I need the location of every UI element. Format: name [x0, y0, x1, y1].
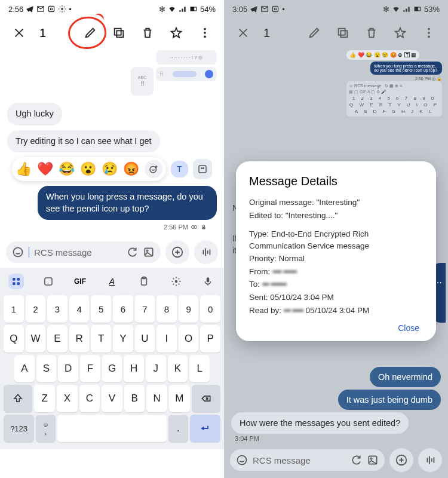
outgoing-bubble[interactable]: It was just being dumb	[338, 390, 441, 410]
kb-font-icon[interactable]: A	[105, 274, 120, 289]
chat-area: Oh nevermind It was just being dumb How …	[224, 364, 448, 443]
gmail-icon	[36, 5, 45, 13]
timestamp: 2:56 PM	[7, 222, 217, 234]
kb-grid-icon[interactable]	[8, 274, 24, 289]
comma-key[interactable]: ☺,	[36, 415, 56, 442]
svg-rect-1	[49, 6, 54, 11]
send-mini-icon	[205, 70, 213, 78]
status-bar: 2:56 • ✻ 54%	[0, 0, 224, 18]
reaction-heart[interactable]: ❤️	[37, 161, 53, 177]
key-1[interactable]: 1	[4, 295, 24, 323]
close-button[interactable]: Close	[249, 317, 423, 333]
mini-bubble: When you long press a message, do you se…	[370, 62, 442, 75]
svg-rect-30	[45, 278, 52, 285]
delete-icon[interactable]	[136, 21, 159, 45]
svg-point-10	[204, 36, 206, 38]
redo-icon[interactable]	[350, 454, 362, 466]
delete-icon[interactable]	[360, 21, 383, 45]
compose-bar: RCS message	[0, 237, 224, 268]
telegram-icon	[250, 5, 258, 13]
lock-icon	[200, 223, 207, 231]
voice-button[interactable]	[194, 240, 218, 264]
selection-count: 1	[39, 26, 46, 40]
overflow-icon[interactable]	[193, 21, 217, 45]
reaction-laugh[interactable]: 😂	[59, 161, 75, 177]
reaction-wow[interactable]: 😮	[80, 161, 96, 177]
kb-row-4: ?123 ☺, .	[4, 415, 220, 442]
gallery-icon[interactable]	[143, 246, 155, 258]
edit-icon[interactable]	[302, 21, 326, 45]
symbols-key[interactable]: ?123	[4, 415, 34, 442]
status-time: 2:56	[8, 5, 23, 14]
svg-rect-26	[13, 278, 16, 281]
svg-rect-41	[339, 29, 345, 35]
kb-gif-icon[interactable]: GIF	[72, 274, 88, 289]
svg-rect-27	[17, 278, 20, 281]
incoming-bubble[interactable]: Ugh lucky	[7, 103, 62, 125]
reaction-thumbsup[interactable]: 👍	[16, 161, 32, 177]
copy-icon[interactable]	[331, 21, 355, 45]
voice-button[interactable]	[418, 448, 442, 472]
star-icon[interactable]	[164, 21, 188, 45]
selection-toolbar: 1	[0, 18, 224, 48]
svg-rect-28	[13, 283, 16, 286]
plus-button[interactable]	[389, 448, 413, 472]
battery-icon	[413, 5, 422, 13]
kb-row-1: QWERTYUIOP	[4, 325, 220, 353]
enter-key[interactable]	[190, 415, 220, 442]
close-icon[interactable]	[7, 21, 31, 45]
incoming-bubble[interactable]: Try editing it so I can see what I get	[7, 130, 160, 153]
close-icon[interactable]	[231, 21, 255, 45]
input-placeholder: RCS message	[253, 455, 311, 465]
reaction-sad[interactable]: 😢	[102, 161, 118, 177]
reaction-add-icon[interactable]	[145, 160, 162, 178]
suggestion-strip: ·· ·· · · · · · ! ? ◎	[0, 48, 224, 67]
overflow-icon[interactable]	[417, 21, 441, 45]
message-input[interactable]: RCS message	[6, 241, 161, 263]
svg-rect-36	[273, 6, 278, 11]
svg-point-2	[51, 8, 53, 10]
shift-key[interactable]	[4, 385, 32, 412]
kb-row-3: ZXCVBNM	[4, 385, 220, 412]
svg-rect-23	[205, 249, 206, 256]
detail-to: To: ▪▪▪ ▪▪▪▪▪▪▪	[249, 278, 423, 290]
gallery-icon[interactable]	[367, 454, 379, 466]
svg-point-8	[204, 28, 206, 30]
svg-point-18	[14, 248, 23, 257]
more-reactions-icon[interactable]	[193, 159, 212, 179]
keyboard: GIF A 1234567890 QWERTYUIOP ASDFGHJKL ZX…	[0, 268, 224, 449]
svg-point-33	[174, 280, 177, 283]
svg-rect-40	[340, 30, 347, 37]
svg-point-45	[238, 456, 247, 465]
redo-icon[interactable]	[126, 246, 138, 258]
outgoing-bubble[interactable]: Oh nevermind	[370, 367, 441, 387]
svg-point-47	[370, 458, 372, 459]
kb-clipboard-icon[interactable]	[136, 274, 152, 289]
svg-point-11	[150, 167, 157, 173]
star-icon[interactable]	[388, 21, 412, 45]
kb-mic-icon[interactable]	[200, 274, 216, 289]
message-input[interactable]: RCS message	[230, 449, 385, 471]
plus-button[interactable]	[165, 240, 189, 264]
kb-sticker-icon[interactable]	[41, 274, 56, 289]
right-screenshot: 3:05 • ✻ 53% 1 👍 ❤️ 😂 �	[224, 0, 448, 478]
period-key[interactable]: .	[168, 415, 188, 442]
kb-number-row: 1234567890	[4, 295, 220, 323]
emoji-icon[interactable]	[12, 246, 24, 258]
incoming-bubble[interactable]: How were the messages you sent edited?	[231, 412, 409, 434]
svg-rect-17	[202, 227, 205, 229]
svg-rect-12	[199, 166, 206, 173]
edit-icon[interactable]	[78, 21, 102, 45]
reaction-angry[interactable]: 😡	[123, 161, 139, 177]
space-key[interactable]	[57, 415, 167, 442]
svg-point-13	[201, 168, 202, 169]
svg-rect-25	[210, 250, 211, 255]
text-effect-tab[interactable]: T	[171, 161, 188, 177]
outgoing-bubble[interactable]: When you long press a message, do you se…	[38, 186, 217, 220]
backspace-key[interactable]	[192, 385, 220, 412]
copy-icon[interactable]	[107, 21, 131, 45]
status-time: 3:05	[232, 5, 247, 14]
emoji-icon[interactable]	[236, 454, 248, 466]
kb-settings-icon[interactable]	[168, 274, 184, 289]
svg-point-37	[275, 8, 277, 10]
